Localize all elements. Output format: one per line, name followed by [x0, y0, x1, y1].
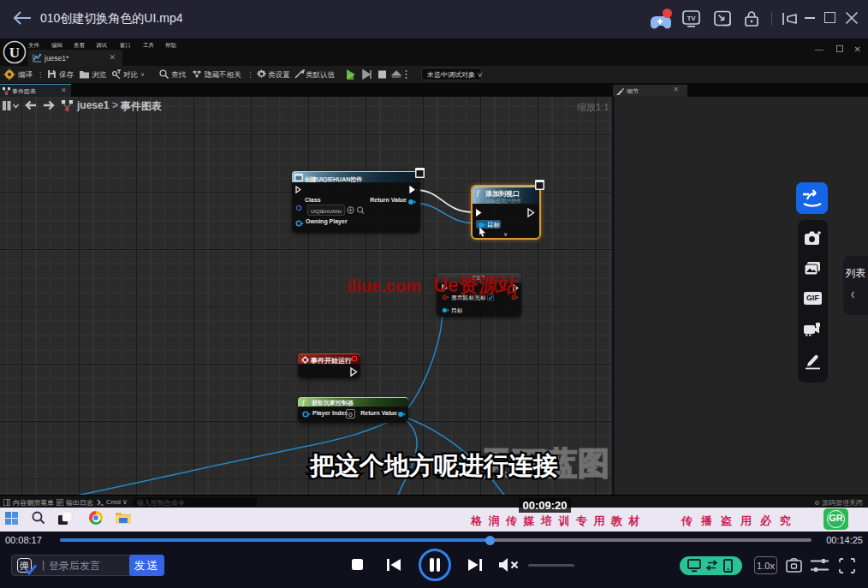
- svg-text:U: U: [9, 45, 20, 61]
- svg-text:TV: TV: [687, 15, 696, 22]
